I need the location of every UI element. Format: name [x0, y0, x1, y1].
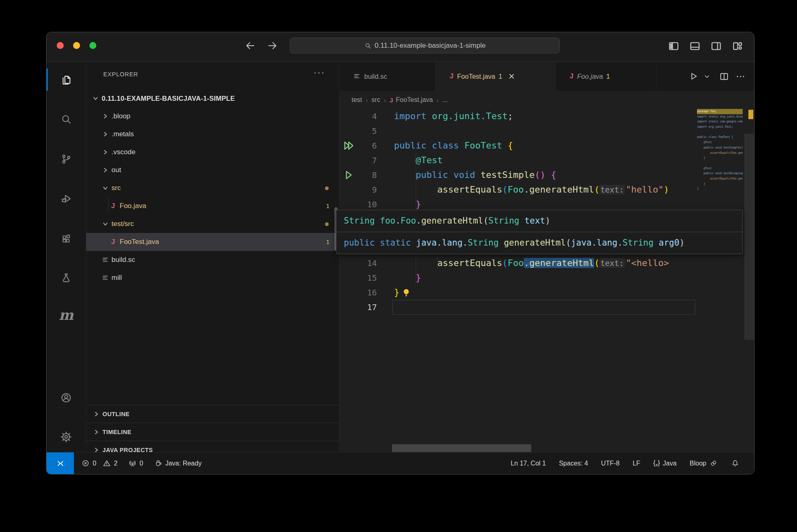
tree-item-footest-java[interactable]: JFooTest.java1: [86, 233, 339, 251]
tab-footest-java[interactable]: JFooTest.java1: [436, 62, 556, 91]
breadcrumb-item[interactable]: test: [352, 96, 362, 104]
more-actions-icon[interactable]: ···: [314, 67, 325, 78]
section-timeline[interactable]: TIMELINE: [86, 423, 339, 441]
indent-guide: [108, 233, 109, 248]
line-number: 7: [339, 153, 377, 168]
problem-count-badge: 1: [326, 202, 329, 210]
toggle-primary-sidebar-button[interactable]: [668, 40, 680, 52]
ports-status[interactable]: 0: [128, 459, 143, 468]
line-number: 4: [339, 109, 377, 124]
activity-item-accounts[interactable]: [47, 388, 86, 408]
chevron-right-icon: [102, 166, 111, 174]
tree-item--metals[interactable]: .metals: [86, 125, 339, 143]
tree-item-build-sc[interactable]: build.sc: [86, 251, 339, 269]
encoding[interactable]: UTF-8: [601, 460, 619, 467]
hover-signature: String foo.Foo.generateHtml(String text): [336, 210, 742, 232]
toggle-panel-button[interactable]: [689, 40, 701, 52]
maximize-window-button[interactable]: [89, 42, 96, 49]
chevron-right-icon: [102, 113, 111, 120]
indentation[interactable]: Spaces: 4: [559, 460, 588, 467]
minimize-window-button[interactable]: [73, 42, 80, 49]
breadcrumb[interactable]: test›src›JFooTest.java›...: [339, 91, 755, 109]
code-line-5: 5: [339, 124, 697, 138]
extensions-icon: [60, 233, 72, 245]
minimap-line: [697, 130, 743, 135]
modified-dot-badge: [325, 186, 329, 190]
hover-declaration: public static java.lang.String generateH…: [336, 232, 742, 254]
breadcrumb-item[interactable]: ...: [442, 96, 447, 104]
language-mode[interactable]: {x} Java: [653, 459, 677, 467]
tree-item-mill[interactable]: mill: [86, 269, 339, 287]
minimap-line: @Test: [697, 166, 743, 171]
java-file-icon: J: [110, 202, 120, 210]
active-view-indicator: [47, 69, 48, 91]
toggle-secondary-sidebar-button[interactable]: [710, 40, 722, 52]
problems-status[interactable]: 0 2: [81, 459, 118, 468]
chevron-right-icon: [102, 149, 111, 156]
command-center-label: 0.11.10-example-basicjava-1-simple: [375, 42, 486, 50]
explorer-icon: [60, 73, 72, 86]
desktop: 0.11.10-example-basicjava-1-simple m EXP…: [0, 0, 797, 532]
tree-item-test-src[interactable]: test/src: [86, 215, 339, 233]
activity-item-search[interactable]: [47, 109, 86, 129]
tree-item-out[interactable]: out: [86, 161, 339, 179]
activity-item-source-control[interactable]: [47, 149, 86, 169]
tab-bar: build.scJFooTest.java1JFoo.java1: [339, 62, 755, 91]
activity-item-manage[interactable]: [47, 427, 86, 447]
activity-item-explorer[interactable]: [47, 69, 86, 90]
editor-group: build.scJFooTest.java1JFoo.java1 test›sr…: [339, 62, 755, 453]
linked-rings-icon: [709, 459, 718, 468]
tree-item-0-11-10-example-basicjava-1-simple[interactable]: 0.11.10-EXAMPLE-BASICJAVA-1-SIMPLE: [86, 89, 339, 107]
line-number: 15: [339, 270, 377, 285]
code-line-14: 14 assertEquals(Foo.generateHtml(text:"<…: [339, 256, 697, 270]
tab-build-sc[interactable]: build.sc: [339, 62, 436, 91]
bloop-status[interactable]: Bloop: [690, 459, 718, 468]
vertical-scrollbar[interactable]: [744, 134, 755, 340]
code-editor[interactable]: 4import org.junit.Test;56public class Fo…: [339, 109, 697, 453]
modified-dot-badge: [325, 222, 329, 226]
problem-count-badge: 1: [606, 73, 610, 80]
back-button[interactable]: [245, 40, 256, 51]
title-bar[interactable]: 0.11.10-example-basicjava-1-simple: [47, 32, 754, 62]
command-center[interactable]: 0.11.10-example-basicjava-1-simple: [290, 38, 560, 53]
activity-item-testing[interactable]: [47, 268, 86, 288]
tree-item--vscode[interactable]: .vscode: [86, 143, 339, 161]
tree-item-src[interactable]: src: [86, 179, 339, 197]
activity-item-extensions[interactable]: [47, 228, 86, 249]
file-icon: [102, 274, 111, 282]
line-number: 17: [339, 300, 377, 315]
line-number: 6: [339, 138, 377, 153]
remote-indicator[interactable]: [47, 452, 74, 474]
split-editor-button[interactable]: [719, 71, 730, 82]
file-icon: [353, 73, 361, 80]
customize-layout-button[interactable]: [731, 40, 744, 52]
lightbulb-icon[interactable]: [401, 287, 412, 298]
breadcrumb-item[interactable]: src: [372, 96, 380, 104]
activity-item-run-and-debug[interactable]: [47, 188, 86, 209]
java-status[interactable]: Java: Ready: [154, 459, 202, 468]
status-bar: 0 2 0 Java: Ready Ln 17, Col 1 Spaces: 4…: [47, 452, 754, 474]
eol-sequence[interactable]: LF: [632, 460, 640, 467]
code-line-8: 8 public void testSimple() {: [339, 168, 697, 182]
current-line-highlight: [392, 300, 695, 315]
section-outline[interactable]: OUTLINE: [86, 405, 339, 423]
editor-more-actions-button[interactable]: [735, 71, 746, 82]
breadcrumb-separator: ›: [366, 97, 368, 104]
remote-icon: [56, 459, 65, 468]
tree-item-foo-java[interactable]: JFoo.java1: [86, 197, 339, 215]
close-window-button[interactable]: [57, 42, 64, 49]
tree-item--bloop[interactable]: .bloop: [86, 107, 339, 125]
section-java-projects[interactable]: JAVA PROJECTS: [86, 441, 339, 453]
run-java-button[interactable]: [688, 71, 699, 82]
chevron-right-icon: [93, 410, 102, 418]
breadcrumb-item[interactable]: JFooTest.java: [390, 96, 433, 104]
notifications-bell-icon[interactable]: [731, 459, 739, 468]
tab-foo-java[interactable]: JFoo.java1: [556, 62, 657, 91]
close-tab-icon[interactable]: [508, 73, 515, 80]
minimap[interactable]: package foo;import static org.junit.Asse…: [697, 109, 743, 199]
hover-tooltip: String foo.Foo.generateHtml(String text)…: [336, 210, 743, 254]
run-dropdown-chevron-icon[interactable]: [704, 73, 710, 80]
forward-button[interactable]: [267, 40, 278, 51]
activity-item-mill[interactable]: m: [47, 305, 86, 325]
cursor-position[interactable]: Ln 17, Col 1: [511, 460, 546, 467]
